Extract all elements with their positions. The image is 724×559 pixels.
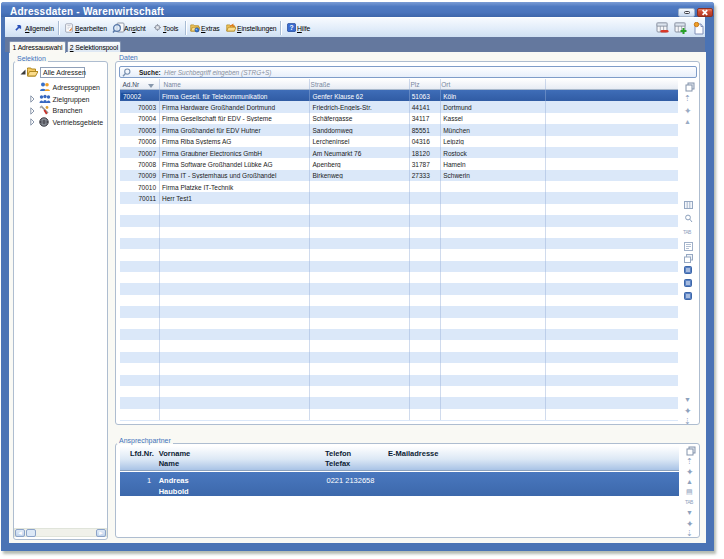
svg-text:?: ? (289, 24, 293, 31)
